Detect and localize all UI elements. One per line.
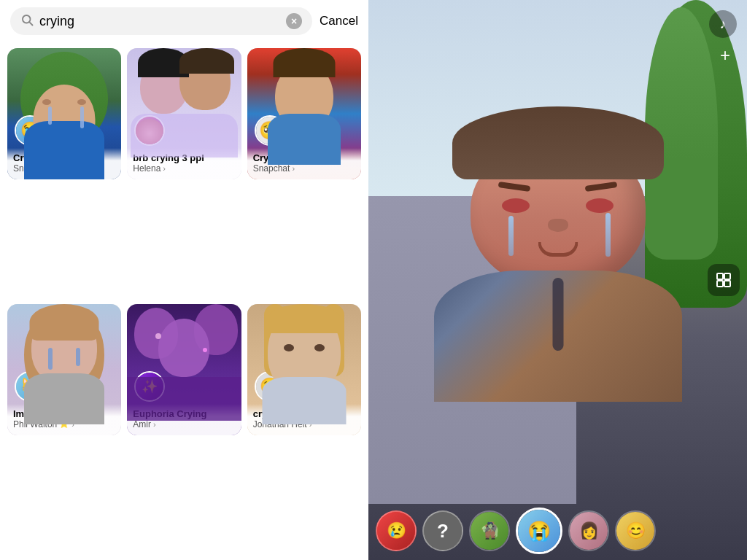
strip-item-girl[interactable]: 👩 — [568, 510, 609, 551]
filter-card-crying-jonathan[interactable]: 😢 crying Jonathan Helt › — [247, 304, 361, 435]
filter-card-euphoria-crying[interactable]: ✨ Euphoria Crying Amir › — [127, 304, 241, 435]
strip-item-shrek[interactable]: 🧌 — [469, 510, 510, 551]
svg-rect-2 — [717, 273, 723, 279]
filter-card-im-crying[interactable]: 🐱 Im Crying Phil Walton ⭐ › — [7, 304, 121, 435]
strip-item-question[interactable]: ? — [422, 510, 463, 551]
left-panel: crying × Cancel 😭 — [0, 0, 368, 560]
search-bar: crying × Cancel — [0, 0, 368, 42]
music-icon-button[interactable]: ♪ — [709, 10, 737, 38]
strip-item-smile[interactable]: 😊 — [615, 510, 656, 551]
right-panel: ♪ + 😢 ? 🧌 — [368, 0, 747, 560]
layers-icon-button[interactable] — [708, 264, 740, 296]
filter-card-crying[interactable]: 😭 Crying Snapchat › — [7, 48, 121, 179]
plus-icon-button[interactable]: + — [713, 44, 737, 67]
chevron-icon-3: › — [292, 164, 295, 173]
search-icon — [20, 13, 34, 29]
filters-grid: 😭 Crying Snapchat › — [0, 42, 368, 560]
strip-item-shrek-icon: 🧌 — [471, 512, 508, 550]
svg-rect-3 — [724, 273, 730, 279]
plus-icon: + — [720, 45, 730, 66]
filter-card-brb-crying[interactable]: 🌅 brb crying 3 ppl Helena › — [127, 48, 241, 179]
filter-author-brb-crying: Helena › — [133, 163, 235, 174]
chevron-icon-2: › — [163, 164, 166, 173]
svg-line-1 — [29, 22, 32, 25]
cancel-button[interactable]: Cancel — [320, 14, 358, 28]
filter-strip: 😢 ? 🧌 😭 👩 😊 — [368, 502, 747, 560]
svg-rect-4 — [717, 281, 723, 287]
chevron-icon-5: › — [153, 420, 156, 429]
filter-card-crying-face[interactable]: 🥺 Crying Face Snapchat › — [247, 48, 361, 179]
clear-button[interactable]: × — [286, 13, 302, 29]
strip-item-crying-active-icon: 😭 — [518, 510, 560, 552]
camera-face — [406, 28, 709, 475]
strip-item-question-icon: ? — [424, 512, 462, 550]
filter-author-euphoria-crying: Amir › — [133, 419, 235, 429]
search-input[interactable]: crying — [39, 14, 280, 29]
layers-icon — [715, 271, 732, 289]
filter-author-crying-face: Snapchat › — [253, 163, 355, 174]
strip-item-girl-icon: 👩 — [570, 512, 608, 550]
strip-item-red[interactable]: 😢 — [376, 510, 417, 551]
svg-rect-5 — [724, 281, 730, 287]
music-icon: ♪ — [720, 17, 727, 32]
strip-item-smile-icon: 😊 — [616, 512, 654, 550]
strip-item-red-icon: 😢 — [377, 512, 415, 550]
strip-item-crying-active[interactable]: 😭 — [516, 508, 562, 554]
search-input-wrapper[interactable]: crying × — [10, 7, 312, 35]
